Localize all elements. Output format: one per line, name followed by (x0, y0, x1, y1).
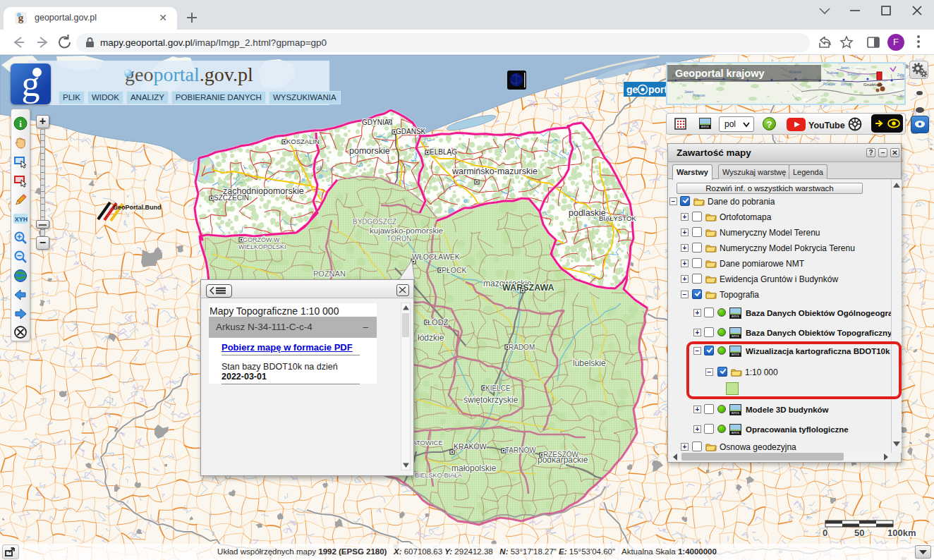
svg-text:Polanow: Polanow (693, 94, 705, 97)
svg-text:BIAŁYSTOK: BIAŁYSTOK (599, 214, 636, 222)
svg-text:Zubrow: Zubrow (841, 83, 852, 86)
svg-text:POZNAN: POZNAN (313, 269, 346, 278)
svg-text:RADOM: RADOM (509, 343, 535, 351)
svg-text:YouTube: YouTube (808, 121, 845, 130)
svg-text:i: i (19, 118, 22, 129)
svg-text:GDAŃSK: GDAŃSK (396, 127, 426, 135)
svg-text:RZESZÓW: RZESZÓW (543, 450, 579, 458)
svg-text:KRAKÓW: KRAKÓW (454, 442, 487, 451)
svg-text:TORUŃ: TORUŃ (387, 234, 411, 243)
svg-text:ELBLĄG: ELBLĄG (430, 148, 457, 156)
svg-text:kujawsko-pomorskie: kujawsko-pomorskie (370, 226, 443, 235)
svg-text:warmińsko-mazurskie: warmińsko-mazurskie (451, 166, 538, 176)
svg-text:0: 0 (823, 528, 827, 538)
svg-text:PŁOCK: PŁOCK (442, 266, 467, 274)
svg-text:100km: 100km (887, 528, 916, 538)
svg-text:XYH: XYH (15, 216, 28, 223)
svg-text:Polanow: Polanow (823, 83, 836, 86)
svg-text:GeoPortal.Bund: GeoPortal.Bund (113, 204, 162, 211)
svg-text:TARNÓW: TARNÓW (505, 446, 536, 454)
svg-text:ŁÓDŹ: ŁÓDŹ (427, 318, 449, 327)
svg-text:Lipka: Lipka (900, 75, 904, 78)
svg-text:łódzkie: łódzkie (418, 333, 444, 343)
svg-text:WARSZAWA: WARSZAWA (502, 283, 554, 293)
svg-text:WIELKOPOLSKI: WIELKOPOLSKI (238, 243, 286, 250)
svg-text:KOSZALIN: KOSZALIN (286, 138, 320, 145)
svg-text:Jasien: Jasien (684, 90, 694, 94)
svg-text:Jasien: Jasien (840, 66, 850, 70)
svg-text:Kudowa: Kudowa (827, 71, 839, 75)
svg-text:GDYNIA: GDYNIA (362, 118, 389, 126)
svg-text:Kudowa: Kudowa (903, 63, 904, 66)
svg-text:BYDGOSZCZ: BYDGOSZCZ (353, 218, 396, 226)
svg-text:WŁOCŁAWEK: WŁOCŁAWEK (412, 252, 460, 261)
svg-text:BIELSKO-BIAŁA: BIELSKO-BIAŁA (415, 472, 462, 479)
svg-text:SZCZECIN: SZCZECIN (214, 194, 249, 202)
svg-text:GORZÓW W.: GORZÓW W. (243, 236, 281, 243)
svg-text:Kudowa: Kudowa (900, 95, 904, 98)
svg-text:lubelskie: lubelskie (573, 358, 606, 368)
svg-text:ge: ge (626, 84, 638, 95)
svg-text:świętokrzyskie: świętokrzyskie (463, 395, 518, 405)
svg-text:KIELCE: KIELCE (485, 384, 511, 392)
svg-text:Grudziądz: Grudziądz (863, 83, 883, 87)
svg-text:pomorskie: pomorskie (349, 146, 390, 156)
svg-text:50: 50 (854, 528, 864, 538)
